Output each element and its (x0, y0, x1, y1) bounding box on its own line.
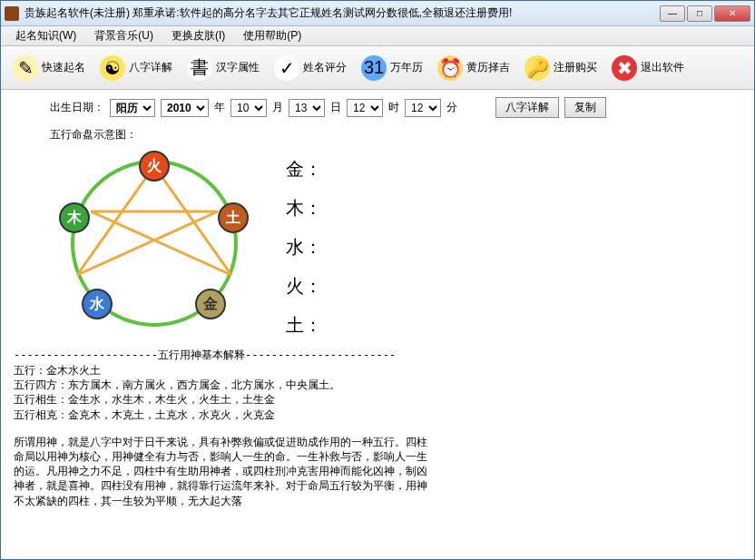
close-button[interactable]: ✕ (714, 5, 750, 22)
tool-label-5: 黄历择吉 (466, 60, 510, 75)
menu-bgmusic[interactable]: 背景音乐(U) (85, 26, 162, 45)
tool-7[interactable]: ✖退出软件 (605, 51, 691, 85)
line-1: 五行：金木水火土 (14, 363, 741, 378)
tool-icon-2: 書 (187, 55, 212, 81)
menu-knowledge[interactable]: 起名知识(W) (6, 26, 85, 45)
minimize-button[interactable]: — (660, 5, 685, 22)
wuxing-diagram: 火 土 金 水 木 (50, 148, 259, 339)
menu-help[interactable]: 使用帮助(P) (234, 26, 310, 45)
node-earth: 土 (218, 202, 249, 233)
element-fire: 火： (286, 274, 322, 299)
tool-label-6: 注册购买 (554, 60, 597, 75)
app-icon (5, 6, 19, 21)
copy-button[interactable]: 复制 (564, 97, 606, 118)
tool-icon-6: 🔑 (525, 55, 550, 81)
tool-icon-0: ✎ (13, 55, 38, 81)
maximize-button[interactable]: □ (687, 5, 712, 22)
tool-icon-5: ⏰ (437, 55, 463, 81)
tool-icon-4: 31 (361, 55, 387, 81)
app-window: 贵族起名软件(未注册) 郑重承诺:软件起的高分名字去其它正规姓名测试网分数很低,… (0, 0, 755, 560)
tool-icon-7: ✖ (612, 55, 637, 81)
hour-select[interactable]: 12 (347, 99, 383, 117)
tool-label-7: 退出软件 (641, 60, 684, 75)
element-earth: 土： (286, 313, 322, 338)
tool-icon-1: ☯ (100, 55, 125, 81)
element-water: 水： (286, 235, 322, 260)
tool-5[interactable]: ⏰黄历择吉 (431, 51, 516, 85)
tool-4[interactable]: 31万年历 (355, 51, 429, 85)
line-3: 五行相生：金生水，水生木，木生火，火生土，土生金 (14, 392, 741, 407)
window-controls: — □ ✕ (660, 5, 750, 22)
titlebar: 贵族起名软件(未注册) 郑重承诺:软件起的高分名字去其它正规姓名测试网分数很低,… (1, 1, 754, 26)
tool-2[interactable]: 書汉字属性 (181, 51, 266, 85)
tool-label-2: 汉字属性 (216, 60, 260, 75)
month-suffix: 月 (272, 100, 283, 115)
tool-3[interactable]: ✓姓名评分 (268, 51, 353, 85)
calendar-type-select[interactable]: 阳历 (110, 99, 155, 117)
node-metal: 金 (195, 289, 226, 319)
tool-label-1: 八字详解 (129, 60, 172, 75)
minute-select[interactable]: 12 (405, 99, 441, 117)
tool-6[interactable]: 🔑注册购买 (518, 51, 603, 85)
year-select[interactable]: 2010 (161, 99, 209, 117)
tool-1[interactable]: ☯八字详解 (93, 51, 179, 85)
divider: ----------------------五行用神基本解释----------… (14, 348, 741, 363)
tool-label-0: 快速起名 (42, 60, 85, 75)
hour-suffix: 时 (388, 100, 399, 115)
diagram-row: 火 土 金 水 木 金： 木： 水： 火： 土： (14, 148, 741, 339)
year-suffix: 年 (214, 100, 225, 115)
tool-label-3: 姓名评分 (303, 60, 347, 75)
element-wood: 木： (286, 196, 322, 221)
line-4: 五行相克：金克木，木克土，土克水，水克火，火克金 (14, 408, 741, 422)
menu-skin[interactable]: 更换皮肤(I) (162, 26, 234, 45)
toolbar: ✎快速起名☯八字详解書汉字属性✓姓名评分31万年历⏰黄历择吉🔑注册购买✖退出软件 (1, 46, 754, 90)
tool-label-4: 万年历 (390, 60, 423, 75)
content-area: 出生日期： 阳历 2010 年 10 月 13 日 12 时 12 分 八字详解… (1, 90, 754, 559)
birth-date-label: 出生日期： (50, 100, 104, 115)
explanation-lines: 五行：金木水火土 五行四方：东方属木，南方属火，西方属金，北方属水，中央属土。 … (14, 363, 741, 422)
menubar: 起名知识(W) 背景音乐(U) 更换皮肤(I) 使用帮助(P) (1, 26, 754, 46)
diagram-title: 五行命盘示意图： (14, 127, 741, 142)
minute-suffix: 分 (446, 100, 457, 115)
elements-summary: 金： 木： 水： 火： 土： (286, 148, 322, 339)
day-suffix: 日 (330, 100, 341, 115)
month-select[interactable]: 10 (230, 99, 267, 117)
window-title: 贵族起名软件(未注册) 郑重承诺:软件起的高分名字去其它正规姓名测试网分数很低,… (25, 5, 660, 21)
explanation-paragraph: 所谓用神，就是八字中对于日干来说，具有补弊救偏或促进助成作用的一种五行。四柱命局… (14, 435, 431, 508)
day-select[interactable]: 13 (289, 99, 325, 117)
node-wood: 木 (59, 202, 90, 233)
tool-icon-3: ✓ (274, 55, 299, 81)
tool-0[interactable]: ✎快速起名 (6, 51, 92, 85)
node-fire: 火 (139, 151, 170, 182)
bazi-detail-button[interactable]: 八字详解 (495, 97, 559, 118)
birth-date-row: 出生日期： 阳历 2010 年 10 月 13 日 12 时 12 分 八字详解… (14, 97, 741, 118)
node-water: 水 (82, 289, 113, 319)
line-2: 五行四方：东方属木，南方属火，西方属金，北方属水，中央属土。 (14, 378, 741, 392)
element-metal: 金： (286, 157, 322, 182)
